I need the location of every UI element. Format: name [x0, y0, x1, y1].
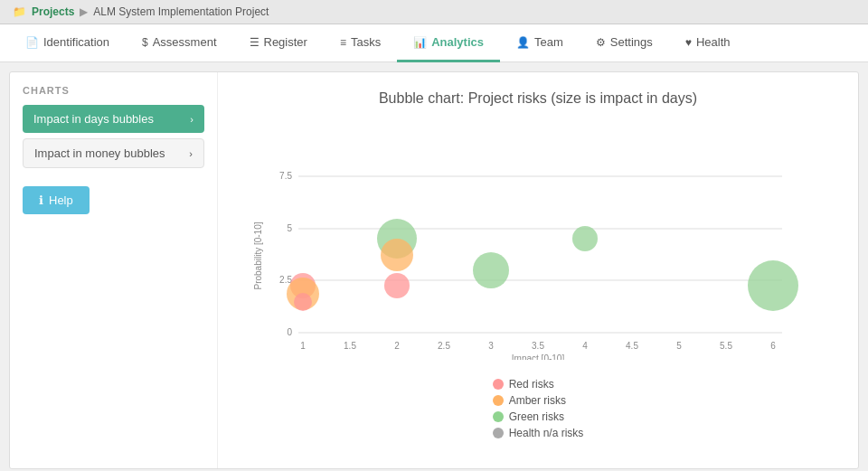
- tab-analytics[interactable]: 📊 Analytics: [397, 24, 500, 62]
- legend-dot-red: [493, 379, 504, 390]
- breadcrumb-separator: ▶: [80, 5, 88, 18]
- chart-item-money[interactable]: Impact in money bubbles ›: [23, 138, 204, 168]
- chart-legend: Red risks Amber risks Green risks Health…: [493, 378, 584, 439]
- svg-text:4: 4: [582, 341, 588, 351]
- svg-text:5: 5: [287, 223, 292, 233]
- tab-register[interactable]: ☰ Register: [233, 24, 324, 62]
- chart-title: Bubble chart: Project risks (size is imp…: [379, 90, 697, 107]
- bubble-green-3: [572, 226, 598, 251]
- chevron-right-icon: ›: [190, 114, 193, 125]
- tab-analytics-icon: 📊: [413, 36, 427, 49]
- svg-text:2.5: 2.5: [438, 341, 450, 351]
- legend-dot-amber: [493, 395, 504, 406]
- sidebar: CHARTS Impact in days bubbles › Impact i…: [10, 72, 218, 468]
- legend-item-amber: Amber risks: [493, 394, 584, 407]
- chevron-right-icon-2: ›: [189, 148, 193, 159]
- tab-health[interactable]: ♥ Health: [669, 24, 747, 62]
- help-button[interactable]: ℹ Help: [23, 186, 90, 214]
- tab-identification[interactable]: 📄 Identification: [9, 24, 126, 62]
- svg-text:2: 2: [394, 341, 400, 351]
- bubble-green-4: [748, 260, 798, 311]
- svg-text:1.5: 1.5: [344, 341, 356, 351]
- svg-text:Impact [0-10]: Impact [0-10]: [512, 353, 565, 360]
- svg-text:0: 0: [287, 327, 292, 337]
- breadcrumb: 📁 Projects ▶ ALM System Implementation P…: [0, 0, 868, 24]
- svg-text:5.5: 5.5: [720, 341, 732, 351]
- tab-settings-icon: ⚙: [596, 36, 606, 49]
- breadcrumb-folder-icon: 📁: [13, 5, 26, 18]
- svg-text:4.5: 4.5: [626, 341, 638, 351]
- svg-text:3: 3: [488, 341, 494, 351]
- tab-identification-icon: 📄: [25, 36, 39, 49]
- svg-text:Probability [0-10]: Probability [0-10]: [253, 221, 263, 289]
- bubble-green-2: [473, 252, 509, 288]
- chart-container: 7.5 5 2.5 0 Probability [0-10] 1 1.5 2 2…: [249, 125, 827, 360]
- svg-text:1: 1: [300, 341, 306, 351]
- tab-register-icon: ☰: [250, 36, 259, 49]
- chart-area: Bubble chart: Project risks (size is imp…: [218, 72, 858, 468]
- svg-text:5: 5: [676, 341, 682, 351]
- svg-text:6: 6: [770, 341, 776, 351]
- tab-settings[interactable]: ⚙ Settings: [580, 24, 669, 62]
- legend-item-green: Green risks: [493, 410, 584, 423]
- tab-health-icon: ♥: [685, 36, 692, 49]
- tabs-bar: 📄 Identification $ Assessment ☰ Register…: [0, 24, 868, 62]
- breadcrumb-current-project: ALM System Implementation Project: [93, 5, 269, 18]
- breadcrumb-projects-link[interactable]: Projects: [32, 5, 74, 18]
- bubble-amber-2: [381, 239, 413, 271]
- help-icon: ℹ: [39, 193, 43, 207]
- bubble-chart-svg: 7.5 5 2.5 0 Probability [0-10] 1 1.5 2 2…: [249, 125, 827, 360]
- bubble-red-3: [384, 273, 410, 298]
- legend-dot-green: [493, 411, 504, 422]
- tab-team-icon: 👤: [516, 36, 530, 49]
- svg-text:7.5: 7.5: [279, 171, 292, 181]
- svg-text:3.5: 3.5: [532, 341, 544, 351]
- legend-item-health-na: Health n/a risks: [493, 427, 584, 439]
- tab-team[interactable]: 👤 Team: [500, 24, 580, 62]
- chart-item-days[interactable]: Impact in days bubbles ›: [23, 105, 204, 133]
- tab-assessment-icon: $: [142, 36, 148, 49]
- tab-tasks[interactable]: ≡ Tasks: [324, 24, 397, 62]
- legend-item-red: Red risks: [493, 378, 584, 391]
- legend-dot-health-na: [493, 428, 504, 438]
- charts-section-title: CHARTS: [23, 85, 204, 96]
- tab-tasks-icon: ≡: [340, 36, 346, 49]
- tab-assessment[interactable]: $ Assessment: [126, 24, 233, 62]
- bubble-red-2: [294, 293, 312, 311]
- main-content: CHARTS Impact in days bubbles › Impact i…: [9, 71, 859, 469]
